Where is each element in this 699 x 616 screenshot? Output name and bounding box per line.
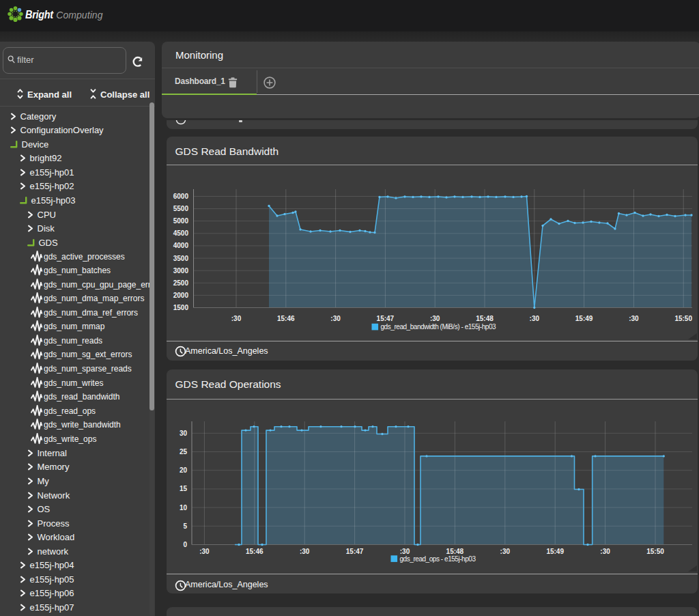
svg-text:15:47: 15:47	[377, 315, 395, 322]
svg-text:3500: 3500	[173, 255, 189, 262]
svg-text:1500: 1500	[173, 304, 189, 311]
svg-text:2000: 2000	[173, 292, 189, 299]
svg-text:2500: 2500	[173, 279, 189, 287]
svg-text:15:46: 15:46	[277, 315, 295, 322]
svg-text:15:47: 15:47	[346, 548, 364, 555]
svg-text:5500: 5500	[173, 205, 189, 212]
svg-text::30: :30	[300, 548, 310, 555]
svg-text::30: :30	[600, 548, 610, 555]
svg-text:gds_read_bandwidth (MiB/s) - e: gds_read_bandwidth (MiB/s) - e155j-hp03	[381, 323, 497, 331]
svg-text:6000: 6000	[173, 193, 189, 200]
svg-text::30: :30	[530, 315, 540, 322]
svg-text::30: :30	[400, 548, 410, 555]
svg-text:5: 5	[183, 522, 187, 530]
svg-text:15:48: 15:48	[446, 548, 464, 555]
svg-text::30: :30	[430, 315, 440, 322]
svg-text:15:50: 15:50	[646, 548, 664, 555]
svg-text:10: 10	[180, 504, 188, 512]
svg-text:4500: 4500	[173, 229, 189, 237]
svg-text::30: :30	[199, 548, 210, 555]
svg-text:15:50: 15:50	[674, 315, 692, 322]
svg-text::30: :30	[330, 315, 341, 322]
svg-text:15:49: 15:49	[546, 548, 564, 555]
svg-text:4000: 4000	[173, 242, 189, 249]
svg-text:gds_read_ops - e155j-hp03: gds_read_ops - e155j-hp03	[400, 555, 476, 563]
svg-text:25: 25	[180, 448, 188, 456]
svg-text:3000: 3000	[173, 267, 189, 275]
svg-text::30: :30	[231, 315, 242, 322]
svg-text:15:49: 15:49	[575, 315, 593, 322]
svg-text:15:46: 15:46	[246, 548, 263, 555]
svg-text::30: :30	[629, 315, 639, 322]
svg-text:15:48: 15:48	[476, 315, 494, 322]
svg-text:20: 20	[180, 466, 188, 474]
svg-text:0: 0	[183, 541, 187, 548]
svg-text:30: 30	[180, 430, 188, 437]
svg-text::30: :30	[500, 548, 511, 555]
svg-text:5000: 5000	[173, 217, 189, 225]
svg-text:15: 15	[180, 485, 188, 492]
